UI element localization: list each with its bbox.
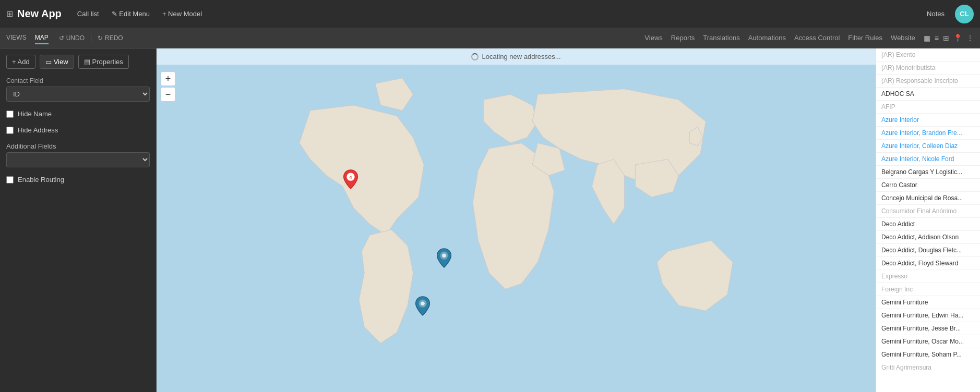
map-pin-north-america[interactable]: 4 xyxy=(342,169,359,191)
list-item[interactable]: Azure Interior, Colleen Diaz xyxy=(876,140,980,153)
additional-fields-select[interactable] xyxy=(6,152,150,167)
nav-edit-menu[interactable]: ✎ Edit Menu xyxy=(106,7,155,21)
properties-button[interactable]: ▤ Properties xyxy=(78,55,129,69)
svg-point-6 xyxy=(421,302,425,306)
list-item[interactable]: Deco Addict, Floyd Steward xyxy=(876,257,980,270)
nav-call-list[interactable]: Call list xyxy=(72,7,104,21)
hide-address-row: Hide Address xyxy=(6,126,150,134)
topbar-right: Notes CL xyxy=(923,5,974,23)
list-item[interactable]: Expresso xyxy=(876,270,980,283)
contact-field-label: Contact Field xyxy=(6,77,150,84)
list-item[interactable]: (AR) Monotributista xyxy=(876,62,980,75)
app-title: New App xyxy=(17,8,62,20)
map-view-icon[interactable]: 📍 xyxy=(953,34,962,42)
enable-routing-row: Enable Routing xyxy=(6,176,150,183)
notes-button[interactable]: Notes xyxy=(923,7,949,21)
hide-address-checkbox[interactable] xyxy=(6,127,14,134)
map-controls: + − xyxy=(161,71,175,102)
contact-field-section: Contact Field ID xyxy=(6,77,150,102)
list-item[interactable]: Azure Interior xyxy=(876,114,980,127)
list-item[interactable]: AFIP xyxy=(876,101,980,114)
svg-point-4 xyxy=(442,254,446,258)
map-pin-south-america-1[interactable] xyxy=(436,248,452,270)
list-item[interactable]: ADHOC SA xyxy=(876,88,980,101)
list-item[interactable]: (AR) Responsable Inscripto xyxy=(876,75,980,88)
list-item[interactable]: Deco Addict, Addison Olson xyxy=(876,231,980,244)
list-item[interactable]: Gemini Furniture, Edwin Ha... xyxy=(876,309,980,322)
hide-address-label[interactable]: Hide Address xyxy=(6,126,150,134)
list-item[interactable]: Gemini Furniture, Soham P... xyxy=(876,348,980,361)
list-item[interactable]: Deco Addict, Douglas Fletc... xyxy=(876,244,980,257)
list-item[interactable]: Concejo Municipal de Rosa... xyxy=(876,192,980,205)
list-item[interactable]: Gemini Furniture xyxy=(876,296,980,309)
nav-automations[interactable]: Automations xyxy=(748,34,786,42)
hide-name-label[interactable]: Hide Name xyxy=(6,110,150,118)
additional-fields-label: Additional Fields xyxy=(6,142,150,150)
map-notice: Locating new addresses... xyxy=(157,48,876,65)
nav-access-control[interactable]: Access Control xyxy=(794,34,840,42)
user-avatar[interactable]: CL xyxy=(955,5,974,23)
list-item[interactable]: Gritti Agrimensura xyxy=(876,361,980,374)
view-button[interactable]: ▭ View xyxy=(40,55,74,69)
undo-redo-controls: ↺ UNDO ↻ REDO xyxy=(59,34,123,42)
map-area[interactable]: Locating new addresses... + − xyxy=(157,48,876,392)
view-icon-controls: ▦ ≡ ⊞ 📍 ⋮ xyxy=(924,34,974,42)
list-item[interactable]: Azure Interior, Brandon Fre... xyxy=(876,127,980,140)
map-pin-south-america-2[interactable] xyxy=(414,296,431,318)
tab-map[interactable]: MAP xyxy=(35,32,49,44)
list-item[interactable]: Consumidor Final Anónimo xyxy=(876,205,980,218)
hide-name-row: Hide Name xyxy=(6,110,150,118)
undo-button[interactable]: ↺ UNDO xyxy=(59,34,85,42)
additional-fields-section: Additional Fields xyxy=(6,142,150,167)
nav-new-model[interactable]: + New Model xyxy=(157,7,207,21)
list-item[interactable]: Azure Interior, Nicole Ford xyxy=(876,153,980,166)
app-logo: ⊞ New App xyxy=(6,8,62,20)
hide-name-checkbox[interactable] xyxy=(6,111,14,118)
view-icon: ▭ xyxy=(45,58,52,66)
zoom-out-button[interactable]: − xyxy=(161,87,175,102)
main-layout: + Add ▭ View ▤ Properties Contact Field … xyxy=(0,48,980,392)
kanban-view-icon[interactable]: ⊞ xyxy=(943,34,949,42)
nav-views[interactable]: Views xyxy=(644,34,662,42)
topbar-nav: Call list ✎ Edit Menu + New Model xyxy=(72,7,207,21)
nav-translations[interactable]: Translations xyxy=(703,34,739,42)
topbar: ⊞ New App Call list ✎ Edit Menu + New Mo… xyxy=(0,0,980,28)
sidebar-actions: + Add ▭ View ▤ Properties xyxy=(6,55,150,69)
world-map xyxy=(157,67,876,392)
properties-icon: ▤ xyxy=(84,58,90,66)
add-button[interactable]: + Add xyxy=(6,55,35,69)
list-item[interactable]: Cerro Castor xyxy=(876,179,980,192)
secondbar: VIEWS MAP ↺ UNDO ↻ REDO Views Reports Tr… xyxy=(0,28,980,48)
nav-reports[interactable]: Reports xyxy=(671,34,695,42)
sidebar: + Add ▭ View ▤ Properties Contact Field … xyxy=(0,48,157,392)
enable-routing-label[interactable]: Enable Routing xyxy=(6,176,150,183)
contact-field-select[interactable]: ID xyxy=(6,87,150,102)
list-item[interactable]: Deco Addict xyxy=(876,218,980,231)
zoom-in-button[interactable]: + xyxy=(161,71,175,86)
edit-icon: ✎ xyxy=(112,10,117,18)
tab-views[interactable]: VIEWS xyxy=(6,32,27,44)
enable-routing-checkbox[interactable] xyxy=(6,176,14,183)
table-view-icon[interactable]: ≡ xyxy=(935,34,939,42)
grid-icon[interactable]: ⊞ xyxy=(6,9,13,19)
list-view-icon[interactable]: ▦ xyxy=(924,34,930,42)
list-item[interactable]: Foreign Inc xyxy=(876,283,980,296)
list-item[interactable]: (AR) Exento xyxy=(876,48,980,62)
list-item[interactable]: Gemini Furniture, Jesse Br... xyxy=(876,322,980,335)
more-icon[interactable]: ⋮ xyxy=(966,34,974,42)
divider xyxy=(91,34,91,42)
list-item[interactable]: Gemini Furniture, Oscar Mo... xyxy=(876,335,980,348)
right-panel: (AR) Exento (AR) Monotributista (AR) Res… xyxy=(876,48,980,392)
list-item[interactable]: Belgrano Cargas Y Logistic... xyxy=(876,166,980,179)
spinner-icon xyxy=(471,53,479,60)
redo-button[interactable]: ↻ REDO xyxy=(98,34,123,42)
svg-text:4: 4 xyxy=(350,175,352,180)
second-nav: Views Reports Translations Automations A… xyxy=(644,34,915,42)
nav-website[interactable]: Website xyxy=(891,34,915,42)
view-tabs: VIEWS MAP xyxy=(6,32,49,44)
nav-filter-rules[interactable]: Filter Rules xyxy=(848,34,882,42)
